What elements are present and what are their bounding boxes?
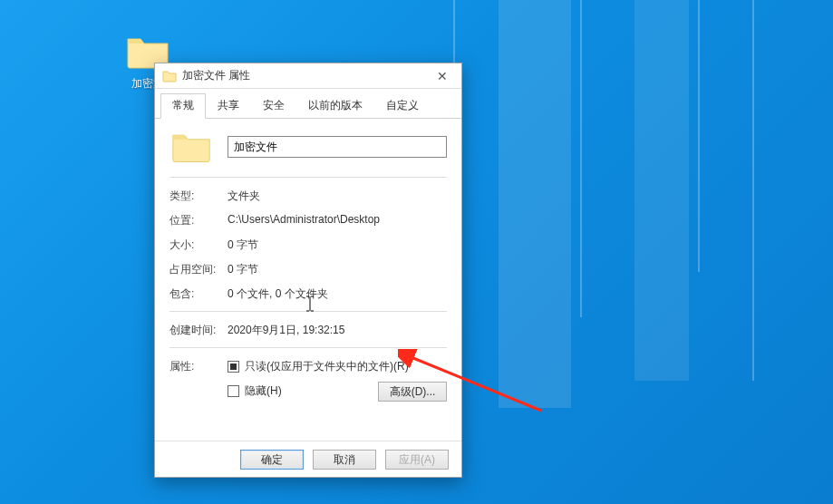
value-type: 文件夹	[228, 189, 447, 204]
dialog-footer: 确定 取消 应用(A)	[155, 441, 461, 477]
apply-button[interactable]: 应用(A)	[385, 450, 449, 470]
folder-icon	[171, 130, 211, 164]
tab-strip: 常规 共享 安全 以前的版本 自定义	[155, 89, 461, 119]
label-created: 创建时间:	[170, 323, 228, 338]
label-location: 位置:	[170, 213, 228, 228]
label-type: 类型:	[170, 189, 228, 204]
tab-previous-versions[interactable]: 以前的版本	[296, 93, 374, 119]
tab-general[interactable]: 常规	[160, 93, 206, 119]
divider	[170, 311, 447, 312]
label-size-on-disk: 占用空间:	[170, 262, 228, 277]
value-created: 2020年9月1日, 19:32:15	[228, 323, 447, 338]
value-size: 0 字节	[228, 237, 447, 253]
folder-icon	[162, 70, 177, 82]
close-button[interactable]: ✕	[425, 66, 460, 86]
bg-ray	[634, 0, 689, 381]
label-attributes: 属性:	[170, 359, 228, 408]
close-icon: ✕	[437, 69, 448, 83]
hidden-checkbox[interactable]	[228, 385, 239, 397]
bg-ray	[499, 0, 571, 408]
value-size-on-disk: 0 字节	[228, 262, 447, 277]
bg-ray	[698, 0, 700, 272]
cancel-button[interactable]: 取消	[313, 450, 376, 470]
bg-ray	[752, 0, 754, 381]
ok-button[interactable]: 确定	[240, 450, 304, 470]
hidden-label: 隐藏(H)	[245, 383, 282, 399]
divider	[170, 177, 447, 178]
properties-dialog: 加密文件 属性 ✕ 常规 共享 安全 以前的版本 自定义 类型:文件夹 位置:C…	[154, 63, 462, 478]
value-contains: 0 个文件, 0 个文件夹	[228, 286, 447, 302]
label-contains: 包含:	[170, 286, 228, 302]
readonly-checkbox[interactable]	[228, 361, 239, 373]
folder-name-input[interactable]	[228, 136, 447, 158]
dialog-title: 加密文件 属性	[182, 68, 425, 83]
titlebar[interactable]: 加密文件 属性 ✕	[155, 63, 461, 89]
advanced-button[interactable]: 高级(D)...	[378, 382, 447, 402]
readonly-label: 只读(仅应用于文件夹中的文件)(R)	[245, 359, 409, 374]
tab-content-general: 类型:文件夹 位置:C:\Users\Administrator\Desktop…	[155, 119, 461, 441]
tab-custom[interactable]: 自定义	[374, 93, 431, 119]
tab-share[interactable]: 共享	[206, 93, 251, 119]
divider	[170, 347, 447, 348]
value-location: C:\Users\Administrator\Desktop	[228, 213, 447, 228]
tab-security[interactable]: 安全	[251, 93, 296, 119]
label-size: 大小:	[170, 237, 228, 253]
bg-ray	[580, 0, 582, 317]
